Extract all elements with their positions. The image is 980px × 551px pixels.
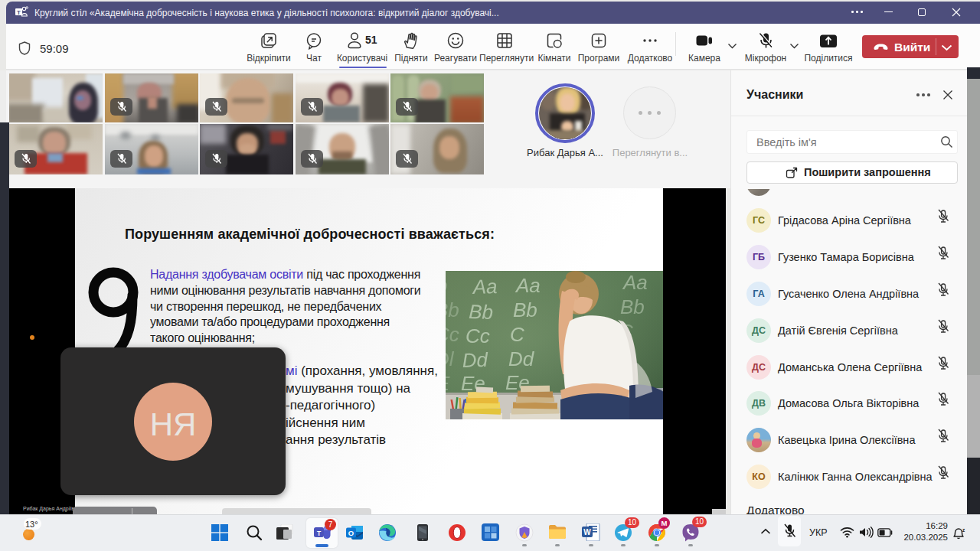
svg-text:b: b (446, 274, 447, 297)
svg-text:C: C (510, 323, 524, 346)
svg-text:Bb: Bb (446, 298, 459, 321)
svg-text:Aa: Aa (471, 275, 498, 298)
svg-text:T: T (17, 9, 21, 16)
svg-text:W: W (583, 528, 591, 536)
svg-text:Dl: Dl (446, 347, 455, 370)
svg-text:Dd: Dd (508, 347, 535, 370)
svg-text:E: E (446, 372, 450, 395)
svg-text:Bb: Bb (469, 300, 494, 324)
svg-text:Bb: Bb (513, 298, 537, 321)
svg-text:T: T (317, 530, 322, 537)
svg-text:Cc: Cc (466, 324, 490, 347)
svg-text:Dd: Dd (462, 348, 489, 372)
svg-text:Bb: Bb (620, 295, 645, 318)
svg-text:z: z (962, 527, 965, 533)
svg-text:Cc: Cc (446, 323, 459, 346)
svg-text:Aa: Aa (514, 274, 541, 297)
svg-text:Aa: Aa (622, 271, 648, 294)
svg-text:O: O (348, 529, 354, 537)
